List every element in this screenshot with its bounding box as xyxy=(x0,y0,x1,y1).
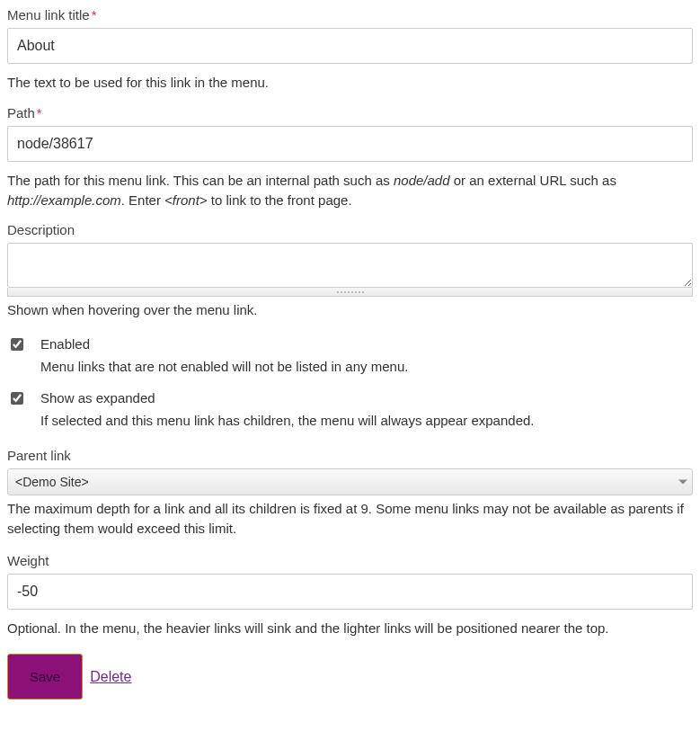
menu-link-title-input[interactable] xyxy=(7,28,693,64)
enabled-label: Enabled xyxy=(40,336,408,352)
expanded-help: If selected and this menu link has child… xyxy=(40,413,535,428)
menu-link-title-help: The text to be used for this link in the… xyxy=(7,73,693,93)
description-textarea[interactable] xyxy=(7,243,693,288)
help-example: <front> xyxy=(164,192,208,208)
menu-link-title-label: Menu link title* xyxy=(7,7,693,22)
label-text: Path xyxy=(7,105,35,120)
label-text: Menu link title xyxy=(7,7,90,22)
enabled-row: Enabled Menu links that are not enabled … xyxy=(7,336,693,374)
help-text: to link to the front page. xyxy=(208,192,352,208)
parent-link-select-wrap: <Demo Site> xyxy=(7,468,693,495)
description-help: Shown when hovering over the menu link. xyxy=(7,300,693,320)
parent-link-select[interactable]: <Demo Site> xyxy=(7,468,693,495)
parent-link-help: The maximum depth for a link and all its… xyxy=(7,499,693,539)
expanded-label: Show as expanded xyxy=(40,390,535,406)
weight-field: Weight Optional. In the menu, the heavie… xyxy=(7,553,693,638)
help-example: http://example.com xyxy=(7,192,121,208)
save-button[interactable]: Save xyxy=(7,654,83,700)
weight-input[interactable] xyxy=(7,574,693,610)
parent-link-field: Parent link <Demo Site> The maximum dept… xyxy=(7,448,693,539)
expanded-body: Show as expanded If selected and this me… xyxy=(40,390,535,428)
weight-help: Optional. In the menu, the heavier links… xyxy=(7,619,693,638)
path-label: Path* xyxy=(7,105,693,120)
required-marker-icon: * xyxy=(37,105,42,120)
help-text: . Enter xyxy=(121,192,164,208)
menu-link-title-field: Menu link title* The text to be used for… xyxy=(7,7,693,93)
path-help: The path for this menu link. This can be… xyxy=(7,171,693,210)
description-label: Description xyxy=(7,222,693,237)
parent-link-label: Parent link xyxy=(7,448,693,463)
required-marker-icon: * xyxy=(92,7,97,22)
textarea-resize-grip[interactable] xyxy=(7,288,693,297)
path-field: Path* The path for this menu link. This … xyxy=(7,105,693,210)
expanded-row: Show as expanded If selected and this me… xyxy=(7,390,693,428)
help-text: The path for this menu link. This can be… xyxy=(7,173,394,188)
help-example: node/add xyxy=(394,173,450,188)
description-field: Description Shown when hovering over the… xyxy=(7,222,693,320)
weight-label: Weight xyxy=(7,553,693,568)
delete-link[interactable]: Delete xyxy=(90,669,131,685)
enabled-body: Enabled Menu links that are not enabled … xyxy=(40,336,408,374)
path-input[interactable] xyxy=(7,126,693,162)
enabled-checkbox[interactable] xyxy=(11,338,23,351)
form-actions: Save Delete xyxy=(7,654,693,700)
help-text: or an external URL such as xyxy=(450,173,616,188)
parent-link-selected: <Demo Site> xyxy=(15,475,89,489)
enabled-help: Menu links that are not enabled will not… xyxy=(40,359,408,374)
expanded-checkbox[interactable] xyxy=(11,392,23,405)
